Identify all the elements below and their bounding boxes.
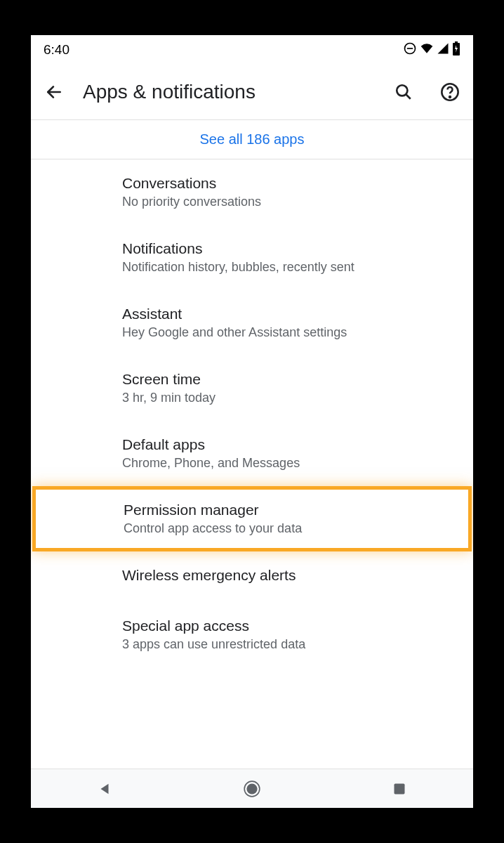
- svg-point-8: [449, 96, 451, 98]
- item-subtitle: No priority conversations: [122, 195, 473, 209]
- signal-icon: [437, 42, 449, 58]
- status-icons: [403, 41, 460, 59]
- dnd-icon: [403, 41, 417, 59]
- item-title: Notifications: [122, 240, 473, 257]
- item-title: Wireless emergency alerts: [122, 567, 473, 584]
- app-bar: Apps & notifications: [31, 65, 473, 119]
- conversations-item[interactable]: Conversations No priority conversations: [31, 159, 473, 225]
- see-all-label: See all 186 apps: [199, 131, 304, 147]
- svg-rect-11: [394, 783, 405, 794]
- item-subtitle: Hey Google and other Assistant settings: [122, 325, 473, 340]
- svg-rect-3: [455, 41, 458, 43]
- wifi-icon: [420, 41, 434, 59]
- search-button[interactable]: [393, 81, 414, 103]
- svg-point-5: [397, 85, 407, 96]
- device-frame: 6:40 Apps & notifications: [31, 35, 473, 808]
- status-bar: 6:40: [31, 35, 473, 65]
- svg-point-10: [246, 783, 257, 794]
- item-title: Assistant: [122, 306, 473, 322]
- status-time: 6:40: [44, 42, 69, 58]
- battery-icon: [452, 41, 460, 59]
- item-title: Special app access: [122, 617, 473, 634]
- assistant-item[interactable]: Assistant Hey Google and other Assistant…: [31, 290, 473, 355]
- permission-manager-item[interactable]: Permission manager Control app access to…: [32, 486, 472, 551]
- navigation-bar: [31, 769, 473, 808]
- help-button[interactable]: [439, 81, 460, 103]
- default-apps-item[interactable]: Default apps Chrome, Phone, and Messages: [31, 421, 473, 486]
- item-subtitle: 3 hr, 9 min today: [122, 391, 473, 405]
- item-subtitle: Control app access to your data: [124, 521, 468, 536]
- see-all-apps-link[interactable]: See all 186 apps: [31, 119, 473, 159]
- item-title: Permission manager: [124, 502, 468, 518]
- page-title: Apps & notifications: [83, 81, 375, 103]
- svg-line-6: [406, 94, 411, 99]
- nav-back-button[interactable]: [94, 778, 115, 799]
- item-subtitle: Notification history, bubbles, recently …: [122, 260, 473, 275]
- nav-home-button[interactable]: [241, 778, 263, 799]
- nav-recents-button[interactable]: [389, 778, 410, 799]
- notifications-item[interactable]: Notifications Notification history, bubb…: [31, 225, 473, 290]
- screen-time-item[interactable]: Screen time 3 hr, 9 min today: [31, 355, 473, 421]
- item-title: Screen time: [122, 371, 473, 388]
- item-subtitle: 3 apps can use unrestricted data: [122, 637, 473, 652]
- settings-list: Conversations No priority conversations …: [31, 159, 473, 769]
- item-subtitle: Chrome, Phone, and Messages: [122, 456, 473, 471]
- item-title: Conversations: [122, 175, 473, 192]
- wireless-alerts-item[interactable]: Wireless emergency alerts: [31, 551, 473, 602]
- back-button[interactable]: [44, 81, 65, 103]
- special-app-access-item[interactable]: Special app access 3 apps can use unrest…: [31, 602, 473, 667]
- item-title: Default apps: [122, 436, 473, 453]
